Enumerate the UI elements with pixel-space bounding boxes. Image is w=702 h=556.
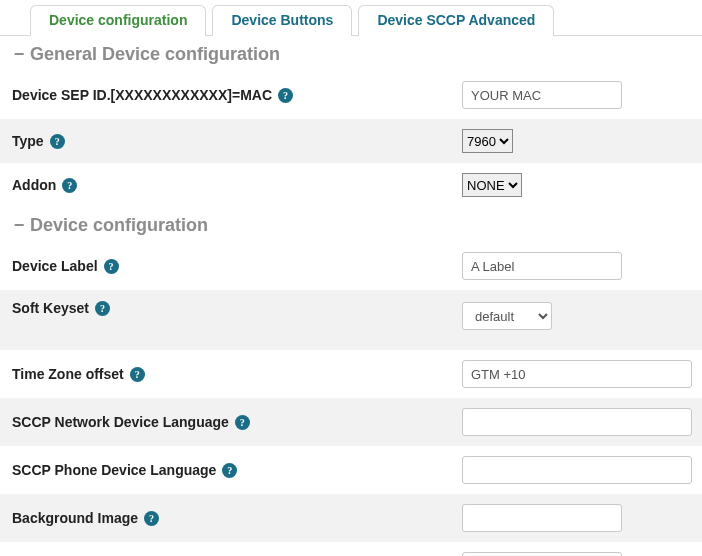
input-background-image[interactable] (462, 504, 622, 532)
label-phone-lang: SCCP Phone Device Language (12, 462, 216, 478)
row-background-image: Background Image ? (0, 494, 702, 542)
input-net-lang[interactable] (462, 408, 692, 436)
input-device-label[interactable] (462, 252, 622, 280)
tab-device-configuration[interactable]: Device configuration (30, 5, 206, 36)
section-header-config[interactable]: − Device configuration (0, 207, 702, 242)
help-icon[interactable]: ? (104, 259, 119, 274)
help-icon[interactable]: ? (235, 415, 250, 430)
section-title-text: Device configuration (30, 215, 208, 236)
select-soft-keyset[interactable]: default (462, 302, 552, 330)
row-addon: Addon ? NONE (0, 163, 702, 207)
section-title-text: General Device configuration (30, 44, 280, 65)
row-soft-keyset: Soft Keyset ? default (0, 290, 702, 350)
help-icon[interactable]: ? (144, 511, 159, 526)
input-timezone[interactable] (462, 360, 692, 388)
collapse-icon: − (12, 48, 26, 62)
help-icon[interactable]: ? (130, 367, 145, 382)
row-net-lang: SCCP Network Device Language ? (0, 398, 702, 446)
help-icon[interactable]: ? (62, 178, 77, 193)
row-device-label: Device Label ? (0, 242, 702, 290)
label-device-label: Device Label (12, 258, 98, 274)
row-timezone: Time Zone offset ? (0, 350, 702, 398)
select-type[interactable]: 7960 (462, 129, 513, 153)
collapse-icon: − (12, 219, 26, 233)
tab-bar: Device configuration Device Buttons Devi… (0, 0, 702, 36)
row-type: Type ? 7960 (0, 119, 702, 163)
tab-device-sccp-advanced[interactable]: Device SCCP Advanced (358, 5, 554, 36)
label-timezone: Time Zone offset (12, 366, 124, 382)
select-addon[interactable]: NONE (462, 173, 522, 197)
row-sep-id: Device SEP ID.[XXXXXXXXXXXX]=MAC ? (0, 71, 702, 119)
label-net-lang: SCCP Network Device Language (12, 414, 229, 430)
label-background-image: Background Image (12, 510, 138, 526)
input-phone-lang[interactable] (462, 456, 692, 484)
row-ringtone: Ringtone ? (0, 542, 702, 556)
row-phone-lang: SCCP Phone Device Language ? (0, 446, 702, 494)
tab-device-buttons[interactable]: Device Buttons (212, 5, 352, 36)
label-type: Type (12, 133, 44, 149)
input-ringtone[interactable] (462, 552, 622, 556)
help-icon[interactable]: ? (278, 88, 293, 103)
section-header-general[interactable]: − General Device configuration (0, 36, 702, 71)
label-sep-id: Device SEP ID.[XXXXXXXXXXXX]=MAC (12, 87, 272, 103)
help-icon[interactable]: ? (222, 463, 237, 478)
label-addon: Addon (12, 177, 56, 193)
help-icon[interactable]: ? (50, 134, 65, 149)
help-icon[interactable]: ? (95, 301, 110, 316)
input-sep-id[interactable] (462, 81, 622, 109)
label-soft-keyset: Soft Keyset (12, 300, 89, 316)
